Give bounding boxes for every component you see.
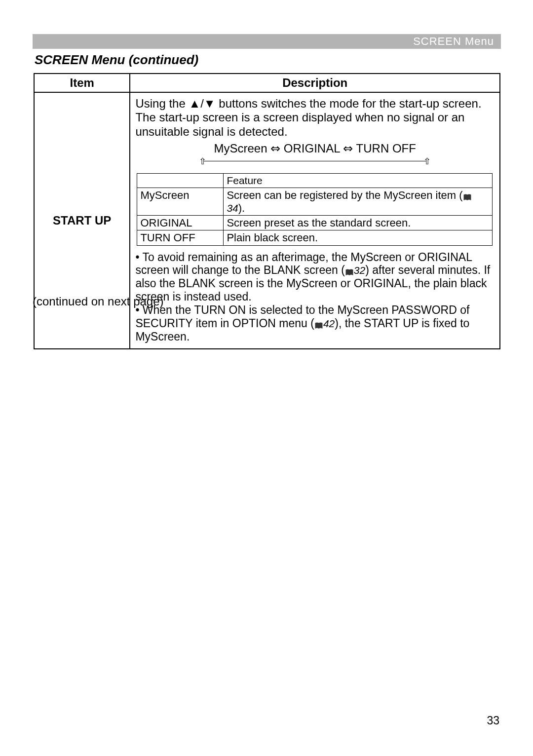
- feature-row3-desc: Plain black screen.: [224, 230, 492, 245]
- feature-empty-cell: [137, 174, 224, 188]
- arrow-up-left-icon: ⇧: [199, 156, 206, 167]
- feature-row3-name: TURN OFF: [137, 230, 224, 245]
- item-cell-startup: START UP: [34, 92, 130, 349]
- cycle-options: MyScreen ⇔ ORIGINAL ⇔ TURN OFF: [135, 142, 495, 155]
- col-header-item: Item: [34, 74, 130, 92]
- intro-line-1: Using the ▲/▼ buttons switches the mode …: [135, 97, 481, 110]
- arrow-up-right-icon: ⇧: [423, 156, 431, 167]
- book-icon: [463, 191, 472, 199]
- feature-row1-post: ).: [238, 202, 245, 214]
- page-number: 33: [487, 714, 499, 727]
- intro-line-2: The start-up screen is a screen displaye…: [135, 111, 464, 138]
- feature-row1-name: MyScreen: [137, 188, 224, 216]
- feature-row2-desc: Screen preset as the standard screen.: [224, 215, 492, 230]
- desc-cell-startup: Using the ▲/▼ buttons switches the mode …: [130, 92, 500, 349]
- feature-row1-ref: 34: [227, 202, 238, 214]
- intro-text: Using the ▲/▼ buttons switches the mode …: [135, 97, 495, 139]
- feature-row1-pre: Screen can be registered by the MyScreen…: [227, 189, 462, 201]
- cycle-return-arrow: ⇧ ⇧: [199, 156, 431, 170]
- book-icon: [345, 266, 354, 274]
- continued-text: (continued on next page): [33, 295, 164, 308]
- cycle-line-connector: [204, 161, 426, 161]
- note1-ref: 32: [354, 265, 365, 276]
- feature-row2-name: ORIGINAL: [137, 215, 224, 230]
- feature-table: Feature MyScreen Screen can be registere…: [137, 173, 492, 245]
- book-icon: [314, 319, 323, 327]
- notes-block: • To avoid remaining as an afterimage, t…: [135, 251, 495, 343]
- section-title: SCREEN Menu (continued): [35, 52, 198, 68]
- feature-row1-desc: Screen can be registered by the MyScreen…: [224, 188, 492, 216]
- header-bar-text: SCREEN Menu: [413, 35, 494, 48]
- col-header-description: Description: [130, 74, 500, 92]
- header-bar: SCREEN Menu: [33, 34, 501, 49]
- feature-header: Feature: [224, 174, 492, 188]
- note2-ref: 42: [323, 318, 335, 329]
